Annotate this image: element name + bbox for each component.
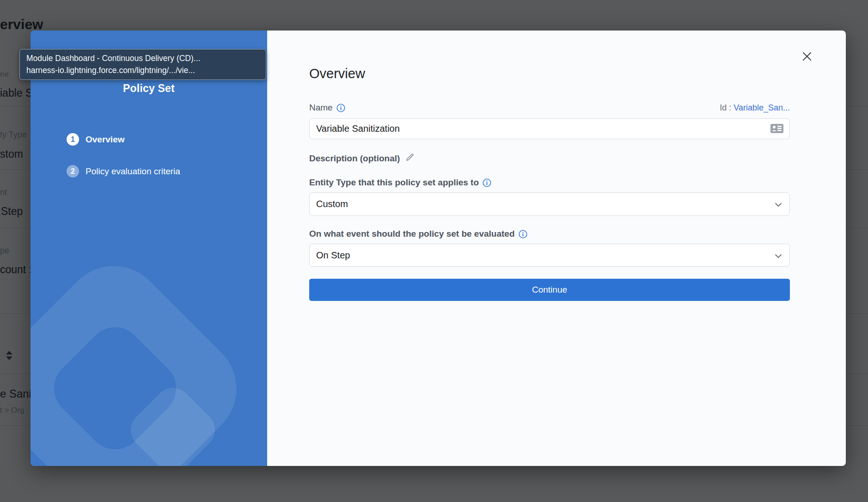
continue-button[interactable]: Continue: [309, 279, 790, 301]
link-preview-tooltip: Module Dashboard - Continuous Delivery (…: [19, 49, 266, 80]
entity-type-label-text: Entity Type that this policy set applies…: [309, 178, 479, 188]
description-label: Description (optional): [309, 153, 415, 164]
step-number-badge: 2: [67, 165, 79, 178]
chevron-down-icon: [775, 199, 782, 209]
info-icon[interactable]: [519, 230, 527, 239]
step-label: Overview: [86, 135, 125, 145]
event-select[interactable]: On Step: [309, 244, 790, 267]
wizard-steps: 1 Overview 2 Policy evaluation criteria: [67, 133, 180, 197]
page-title: Overview: [309, 66, 365, 81]
entity-type-label: Entity Type that this policy set applies…: [309, 178, 491, 188]
event-label: On what event should the policy set be e…: [309, 229, 527, 239]
name-label: Name: [309, 103, 345, 113]
entity-type-value: Custom: [316, 199, 348, 209]
close-icon[interactable]: [801, 50, 813, 63]
step-policy-evaluation-criteria[interactable]: 2 Policy evaluation criteria: [67, 165, 180, 178]
info-icon[interactable]: [336, 104, 345, 112]
id-card-icon[interactable]: [770, 123, 784, 135]
link-preview-title: Module Dashboard - Continuous Delivery (…: [26, 52, 259, 64]
name-input[interactable]: [309, 118, 790, 139]
info-icon[interactable]: [483, 178, 491, 187]
overview-form-panel: Overview Name Id : Variable_San...: [267, 31, 846, 466]
description-label-text: Description (optional): [309, 153, 400, 164]
name-label-text: Name: [309, 103, 333, 113]
wizard-title: Policy Set: [31, 82, 267, 95]
event-value: On Step: [316, 250, 350, 261]
step-overview[interactable]: 1 Overview: [67, 133, 180, 146]
entity-id: Id : Variable_San...: [720, 103, 790, 113]
event-label-text: On what event should the policy set be e…: [309, 229, 515, 239]
id-prefix: Id :: [720, 103, 731, 112]
id-link[interactable]: Variable_San...: [734, 103, 790, 112]
pencil-icon[interactable]: [405, 153, 415, 164]
chevron-down-icon: [775, 250, 782, 261]
policy-set-modal: Policy Set 1 Overview 2 Policy evaluatio…: [31, 31, 846, 466]
link-preview-url: harness-io.lightning.force.com/lightning…: [26, 64, 259, 76]
wizard-sidebar: Policy Set 1 Overview 2 Policy evaluatio…: [31, 31, 267, 466]
step-label: Policy evaluation criteria: [86, 166, 180, 177]
step-number-badge: 1: [67, 133, 79, 146]
entity-type-select[interactable]: Custom: [309, 192, 790, 216]
